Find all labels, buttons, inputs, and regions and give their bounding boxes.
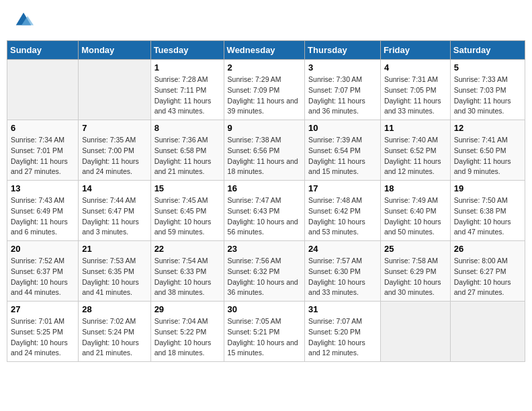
calendar-cell: 11Sunrise: 7:40 AMSunset: 6:52 PMDayligh… [380, 120, 450, 181]
header-row: SundayMondayTuesdayWednesdayThursdayFrid… [7, 41, 525, 60]
day-info: Sunrise: 7:54 AMSunset: 6:33 PMDaylight:… [154, 256, 220, 298]
day-number: 12 [454, 123, 521, 133]
calendar-cell: 10Sunrise: 7:39 AMSunset: 6:54 PMDayligh… [305, 120, 381, 181]
calendar-cell: 26Sunrise: 8:00 AMSunset: 6:27 PMDayligh… [450, 241, 525, 302]
day-number: 13 [11, 183, 75, 193]
calendar-cell: 23Sunrise: 7:56 AMSunset: 6:32 PMDayligh… [224, 241, 305, 302]
day-info: Sunrise: 7:50 AMSunset: 6:38 PMDaylight:… [454, 195, 521, 238]
calendar-week-3: 13Sunrise: 7:43 AMSunset: 6:49 PMDayligh… [7, 181, 525, 241]
day-number: 28 [82, 304, 146, 314]
header-cell-thursday: Thursday [305, 41, 381, 60]
calendar-cell: 4Sunrise: 7:31 AMSunset: 7:05 PMDaylight… [380, 60, 450, 120]
day-info: Sunrise: 7:02 AMSunset: 5:24 PMDaylight:… [82, 316, 146, 359]
header-cell-friday: Friday [380, 41, 450, 60]
calendar-cell: 9Sunrise: 7:38 AMSunset: 6:56 PMDaylight… [224, 120, 305, 181]
calendar-week-1: 1Sunrise: 7:28 AMSunset: 7:11 PMDaylight… [7, 60, 525, 120]
day-info: Sunrise: 7:39 AMSunset: 6:54 PMDaylight:… [308, 135, 377, 177]
day-number: 30 [228, 304, 302, 314]
day-number: 5 [454, 62, 521, 73]
day-number: 2 [228, 62, 302, 73]
calendar-cell: 8Sunrise: 7:36 AMSunset: 6:58 PMDaylight… [150, 120, 224, 181]
day-number: 6 [11, 123, 75, 133]
page-header [7, 7, 525, 34]
day-info: Sunrise: 7:05 AMSunset: 5:21 PMDaylight:… [228, 316, 302, 359]
day-info: Sunrise: 7:43 AMSunset: 6:49 PMDaylight:… [11, 195, 75, 238]
day-info: Sunrise: 7:33 AMSunset: 7:03 PMDaylight:… [454, 75, 521, 117]
day-number: 8 [154, 123, 220, 133]
calendar-cell: 7Sunrise: 7:35 AMSunset: 7:00 PMDaylight… [79, 120, 150, 181]
calendar-cell: 13Sunrise: 7:43 AMSunset: 6:49 PMDayligh… [7, 181, 79, 241]
day-info: Sunrise: 7:04 AMSunset: 5:22 PMDaylight:… [154, 316, 220, 359]
calendar-cell: 27Sunrise: 7:01 AMSunset: 5:25 PMDayligh… [7, 302, 79, 362]
calendar-cell: 24Sunrise: 7:57 AMSunset: 6:30 PMDayligh… [305, 241, 381, 302]
day-number: 7 [82, 123, 146, 133]
day-info: Sunrise: 7:38 AMSunset: 6:56 PMDaylight:… [228, 135, 302, 177]
day-number: 17 [308, 183, 377, 193]
day-info: Sunrise: 7:40 AMSunset: 6:52 PMDaylight:… [384, 135, 447, 177]
day-info: Sunrise: 7:01 AMSunset: 5:25 PMDaylight:… [11, 316, 75, 359]
calendar-cell: 18Sunrise: 7:49 AMSunset: 6:40 PMDayligh… [380, 181, 450, 241]
day-number: 18 [384, 183, 447, 193]
calendar-cell: 30Sunrise: 7:05 AMSunset: 5:21 PMDayligh… [224, 302, 305, 362]
calendar-cell: 22Sunrise: 7:54 AMSunset: 6:33 PMDayligh… [150, 241, 224, 302]
day-info: Sunrise: 7:30 AMSunset: 7:07 PMDaylight:… [308, 75, 377, 117]
day-info: Sunrise: 7:36 AMSunset: 6:58 PMDaylight:… [154, 135, 220, 177]
day-number: 1 [154, 62, 220, 73]
day-number: 15 [154, 183, 220, 193]
calendar-cell: 12Sunrise: 7:41 AMSunset: 6:50 PMDayligh… [450, 120, 525, 181]
day-info: Sunrise: 7:48 AMSunset: 6:42 PMDaylight:… [308, 195, 377, 238]
header-cell-wednesday: Wednesday [224, 41, 305, 60]
day-info: Sunrise: 7:07 AMSunset: 5:20 PMDaylight:… [308, 316, 377, 359]
day-number: 27 [11, 304, 75, 314]
calendar-cell: 1Sunrise: 7:28 AMSunset: 7:11 PMDaylight… [150, 60, 224, 120]
calendar-cell: 29Sunrise: 7:04 AMSunset: 5:22 PMDayligh… [150, 302, 224, 362]
day-number: 22 [154, 244, 220, 254]
day-info: Sunrise: 7:53 AMSunset: 6:35 PMDaylight:… [82, 256, 146, 298]
day-number: 14 [82, 183, 146, 193]
header-cell-tuesday: Tuesday [150, 41, 224, 60]
day-info: Sunrise: 7:47 AMSunset: 6:43 PMDaylight:… [228, 195, 302, 238]
calendar-cell [380, 302, 450, 362]
day-number: 19 [454, 183, 521, 193]
day-number: 10 [308, 123, 377, 133]
calendar-cell: 17Sunrise: 7:48 AMSunset: 6:42 PMDayligh… [305, 181, 381, 241]
day-number: 25 [384, 244, 447, 254]
calendar-cell [7, 60, 79, 120]
day-info: Sunrise: 7:31 AMSunset: 7:05 PMDaylight:… [384, 75, 447, 117]
calendar-cell: 15Sunrise: 7:45 AMSunset: 6:45 PMDayligh… [150, 181, 224, 241]
day-number: 21 [82, 244, 146, 254]
day-number: 29 [154, 304, 220, 314]
calendar-cell: 14Sunrise: 7:44 AMSunset: 6:47 PMDayligh… [79, 181, 150, 241]
day-info: Sunrise: 7:49 AMSunset: 6:40 PMDaylight:… [384, 195, 447, 238]
day-number: 3 [308, 62, 377, 73]
day-number: 4 [384, 62, 447, 73]
calendar-cell [79, 60, 150, 120]
calendar-cell: 2Sunrise: 7:29 AMSunset: 7:09 PMDaylight… [224, 60, 305, 120]
calendar-cell: 16Sunrise: 7:47 AMSunset: 6:43 PMDayligh… [224, 181, 305, 241]
calendar-week-4: 20Sunrise: 7:52 AMSunset: 6:37 PMDayligh… [7, 241, 525, 302]
day-info: Sunrise: 7:57 AMSunset: 6:30 PMDaylight:… [308, 256, 377, 298]
day-info: Sunrise: 7:41 AMSunset: 6:50 PMDaylight:… [454, 135, 521, 177]
calendar-cell [450, 302, 525, 362]
header-cell-sunday: Sunday [7, 41, 79, 60]
day-info: Sunrise: 7:28 AMSunset: 7:11 PMDaylight:… [154, 75, 220, 117]
calendar-cell: 6Sunrise: 7:34 AMSunset: 7:01 PMDaylight… [7, 120, 79, 181]
calendar-week-2: 6Sunrise: 7:34 AMSunset: 7:01 PMDaylight… [7, 120, 525, 181]
calendar-cell: 19Sunrise: 7:50 AMSunset: 6:38 PMDayligh… [450, 181, 525, 241]
day-number: 9 [228, 123, 302, 133]
day-info: Sunrise: 8:00 AMSunset: 6:27 PMDaylight:… [454, 256, 521, 298]
day-info: Sunrise: 7:29 AMSunset: 7:09 PMDaylight:… [228, 75, 302, 117]
day-info: Sunrise: 7:58 AMSunset: 6:29 PMDaylight:… [384, 256, 447, 298]
calendar-cell: 21Sunrise: 7:53 AMSunset: 6:35 PMDayligh… [79, 241, 150, 302]
day-info: Sunrise: 7:56 AMSunset: 6:32 PMDaylight:… [228, 256, 302, 298]
calendar-cell: 20Sunrise: 7:52 AMSunset: 6:37 PMDayligh… [7, 241, 79, 302]
calendar-cell: 28Sunrise: 7:02 AMSunset: 5:24 PMDayligh… [79, 302, 150, 362]
day-number: 16 [228, 183, 302, 193]
calendar-cell: 31Sunrise: 7:07 AMSunset: 5:20 PMDayligh… [305, 302, 381, 362]
calendar-cell: 5Sunrise: 7:33 AMSunset: 7:03 PMDaylight… [450, 60, 525, 120]
calendar-cell: 3Sunrise: 7:30 AMSunset: 7:07 PMDaylight… [305, 60, 381, 120]
header-cell-monday: Monday [79, 41, 150, 60]
day-info: Sunrise: 7:35 AMSunset: 7:00 PMDaylight:… [82, 135, 146, 177]
calendar-week-5: 27Sunrise: 7:01 AMSunset: 5:25 PMDayligh… [7, 302, 525, 362]
calendar-table: SundayMondayTuesdayWednesdayThursdayFrid… [7, 40, 525, 362]
